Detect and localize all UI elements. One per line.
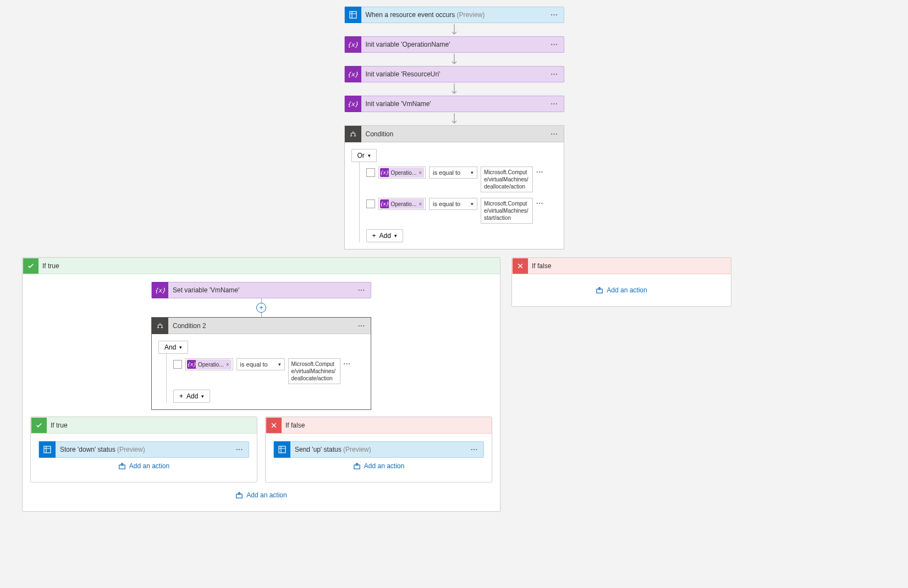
trigger-card[interactable]: When a resource event occurs (Preview) ·… — [344, 7, 564, 23]
init-var-vmname-card[interactable]: {x} Init variable 'VmName' ··· — [344, 96, 564, 112]
card-menu-icon[interactable]: ··· — [545, 130, 563, 138]
card-title: Init variable 'OperationName' — [361, 41, 546, 48]
connector-icon — [39, 441, 56, 458]
card-title: Init variable 'VmName' — [361, 100, 546, 108]
condition-header[interactable]: Condition 2 ··· — [152, 318, 371, 334]
svg-rect-3 — [279, 446, 285, 453]
condition-left-value[interactable]: {x}Operatio...× — [378, 167, 426, 179]
remove-token-icon[interactable]: × — [419, 170, 422, 176]
condition-right-value[interactable]: Microsoft.Compute/virtualMachines/deallo… — [481, 167, 533, 192]
chevron-down-icon: ▾ — [278, 362, 281, 367]
add-step-button[interactable]: + — [256, 303, 266, 313]
card-menu-icon[interactable]: ··· — [545, 41, 563, 48]
chevron-down-icon: ▾ — [471, 201, 474, 207]
condition-icon — [152, 318, 168, 334]
if-false-branch: If false Add an action — [511, 257, 731, 307]
condition-row: {x}Operatio...× is equal to▾ Microsoft.C… — [173, 358, 364, 384]
svg-rect-1 — [44, 446, 51, 453]
svg-rect-0 — [350, 12, 356, 18]
card-title: Condition 2 — [168, 322, 353, 330]
card-menu-icon[interactable]: ··· — [230, 446, 249, 453]
init-var-operationname-card[interactable]: {x} Init variable 'OperationName' ··· — [344, 36, 564, 53]
card-title: Condition — [361, 130, 546, 138]
connector: + — [256, 298, 266, 317]
close-icon — [266, 418, 282, 433]
add-action-link[interactable]: Add an action — [235, 491, 287, 499]
variable-icon: {x} — [345, 36, 361, 53]
row-checkbox[interactable] — [366, 168, 375, 177]
condition-comparator-select[interactable]: is equal to▾ — [236, 358, 285, 370]
add-action-link[interactable]: Add an action — [118, 462, 169, 470]
card-menu-icon[interactable]: ··· — [545, 100, 563, 108]
branch-header: If false — [266, 417, 492, 434]
row-menu-icon[interactable]: ··· — [536, 198, 543, 207]
condition-icon — [345, 126, 361, 142]
plus-icon: + — [179, 392, 183, 400]
row-checkbox[interactable] — [366, 199, 375, 208]
condition-right-value[interactable]: Microsoft.Compute/virtualMachines/start/… — [481, 198, 533, 224]
condition2-panel: Condition 2 ··· And▾ {x}Operatio...× — [151, 317, 371, 410]
branch-header: If true — [31, 417, 257, 434]
condition-panel: Condition ··· Or▾ {x}Operatio...× is equ… — [344, 125, 564, 249]
plus-icon: + — [372, 232, 376, 240]
add-condition-row-button[interactable]: + Add ▾ — [366, 229, 403, 242]
add-condition-row-button[interactable]: + Add ▾ — [173, 390, 210, 403]
condition-left-value[interactable]: {x}Operatio...× — [185, 358, 233, 370]
arrow-down-icon — [450, 23, 458, 36]
event-grid-icon — [345, 7, 361, 23]
card-menu-icon[interactable]: ··· — [353, 322, 371, 330]
if-true-branch-inner: If true Store 'down' status (Preview) — [30, 417, 257, 482]
row-menu-icon[interactable]: ··· — [344, 358, 351, 368]
variable-icon: {x} — [380, 168, 389, 177]
condition-branches: If true {x} Set variable 'VmName' ··· + — [22, 257, 886, 512]
add-action-link[interactable]: Add an action — [596, 286, 647, 294]
condition-operator-select[interactable]: And▾ — [158, 341, 188, 354]
condition-row: {x}Operatio...× is equal to▾ Microsoft.C… — [366, 167, 557, 192]
variable-icon: {x} — [380, 199, 389, 208]
init-var-resourceuri-card[interactable]: {x} Init variable 'ResourceUri' ··· — [344, 66, 564, 82]
close-icon — [513, 258, 528, 274]
card-menu-icon[interactable]: ··· — [545, 70, 563, 78]
card-menu-icon[interactable]: ··· — [353, 286, 371, 294]
variable-icon: {x} — [187, 360, 196, 369]
variable-icon: {x} — [345, 96, 361, 112]
store-down-status-card[interactable]: Store 'down' status (Preview) ··· — [38, 441, 249, 458]
set-variable-vmname-card[interactable]: {x} Set variable 'VmName' ··· — [151, 282, 371, 298]
variable-icon: {x} — [345, 66, 361, 82]
card-menu-icon[interactable]: ··· — [465, 446, 483, 453]
card-menu-icon[interactable]: ··· — [545, 11, 563, 19]
branch-header: If false — [512, 258, 731, 274]
chevron-down-icon: ▾ — [179, 345, 182, 350]
arrow-down-icon — [450, 82, 458, 96]
condition-comparator-select[interactable]: is equal to▾ — [429, 198, 477, 210]
remove-token-icon[interactable]: × — [226, 362, 229, 368]
condition-row: {x}Operatio...× is equal to▾ Microsoft.C… — [366, 198, 557, 224]
remove-token-icon[interactable]: × — [419, 201, 422, 207]
condition-operator-select[interactable]: Or▾ — [351, 149, 377, 162]
add-action-icon — [596, 286, 603, 294]
card-title: Send 'up' status (Preview) — [290, 446, 465, 453]
connector-icon — [274, 441, 290, 458]
check-icon — [23, 258, 38, 274]
row-checkbox[interactable] — [173, 360, 182, 369]
add-action-link[interactable]: Add an action — [353, 462, 404, 470]
row-menu-icon[interactable]: ··· — [536, 167, 543, 176]
send-up-status-card[interactable]: Send 'up' status (Preview) ··· — [273, 441, 484, 458]
if-true-branch: If true {x} Set variable 'VmName' ··· + — [22, 257, 500, 512]
add-action-icon — [235, 491, 243, 499]
if-false-branch-inner: If false Send 'up' status (Preview) — [265, 417, 492, 482]
condition-left-value[interactable]: {x}Operatio...× — [378, 198, 426, 210]
card-title: When a resource event occurs (Preview) — [361, 11, 546, 19]
add-action-icon — [118, 462, 126, 470]
check-icon — [31, 418, 47, 433]
chevron-down-icon: ▾ — [368, 153, 371, 158]
flow-canvas: When a resource event occurs (Preview) ·… — [22, 7, 886, 512]
chevron-down-icon: ▾ — [394, 233, 397, 238]
condition-right-value[interactable]: Microsoft.Compute/virtualMachines/deallo… — [288, 358, 340, 384]
branch-header: If true — [23, 258, 500, 274]
add-action-icon — [353, 462, 361, 470]
condition-comparator-select[interactable]: is equal to▾ — [429, 167, 477, 179]
condition-header[interactable]: Condition ··· — [345, 126, 564, 142]
card-title: Store 'down' status (Preview) — [56, 446, 230, 453]
card-title: Init variable 'ResourceUri' — [361, 70, 546, 78]
